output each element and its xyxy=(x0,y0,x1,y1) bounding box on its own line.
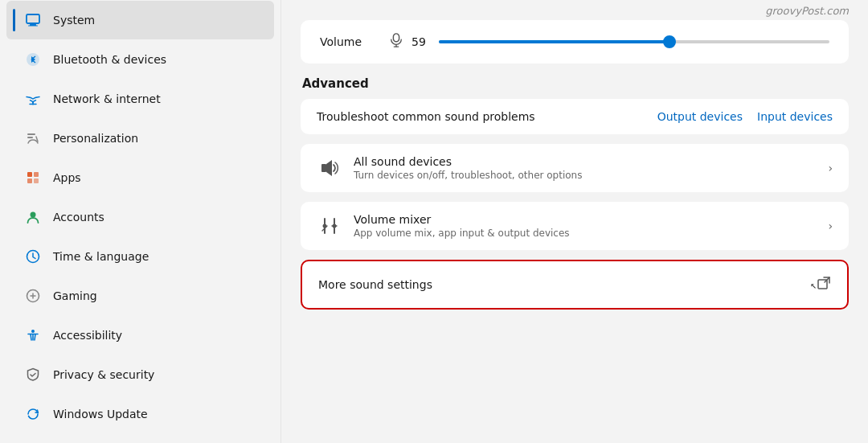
volume-card: Volume 59 xyxy=(301,20,849,64)
svg-point-4 xyxy=(32,102,34,104)
volume-value: 59 xyxy=(411,35,431,48)
volume-mixer-icon xyxy=(317,213,342,239)
all-sound-card: All sound devices Turn devices on/off, t… xyxy=(301,144,849,192)
slider-fill xyxy=(439,40,669,43)
sidebar-apps-label: Apps xyxy=(53,171,81,184)
accessibility-icon xyxy=(24,326,42,344)
all-sound-text: All sound devices Turn devices on/off, t… xyxy=(354,155,817,181)
volume-mixer-text: Volume mixer App volume mix, app input &… xyxy=(354,213,817,239)
sidebar-item-accessibility[interactable]: Accessibility xyxy=(6,316,274,355)
sidebar-item-apps[interactable]: Apps xyxy=(6,158,274,197)
sidebar-accessibility-label: Accessibility xyxy=(53,329,122,342)
troubleshoot-row: Troubleshoot common sound problems Outpu… xyxy=(301,99,849,134)
sidebar-item-accounts[interactable]: Accounts xyxy=(6,198,274,236)
sidebar-network-label: Network & internet xyxy=(53,92,161,105)
svg-rect-7 xyxy=(27,172,32,177)
network-icon xyxy=(24,90,42,108)
privacy-icon xyxy=(24,366,42,384)
volume-mixer-row[interactable]: Volume mixer App volume mix, app input &… xyxy=(301,202,849,250)
personalization-icon xyxy=(24,129,42,147)
chevron-right-icon: › xyxy=(828,162,833,174)
svg-point-11 xyxy=(31,212,36,218)
more-sound-card: More sound settings ↖ xyxy=(301,260,849,310)
volume-mixer-title: Volume mixer xyxy=(354,213,817,226)
sidebar-accounts-label: Accounts xyxy=(53,211,104,224)
volume-mixer-chevron-icon: › xyxy=(828,219,833,232)
speaker-icon xyxy=(317,155,342,181)
sidebar-personalization-label: Personalization xyxy=(53,132,138,145)
svg-rect-0 xyxy=(27,14,39,23)
cursor-indicator: ↖ xyxy=(810,279,817,291)
svg-marker-17 xyxy=(326,160,332,176)
update-icon xyxy=(24,405,42,423)
volume-controls: 59 xyxy=(389,33,829,51)
accounts-icon xyxy=(24,208,42,226)
all-sound-subtitle: Turn devices on/off, troubleshoot, other… xyxy=(354,170,817,181)
more-sound-row[interactable]: More sound settings ↖ xyxy=(302,261,847,308)
apps-icon xyxy=(24,169,42,187)
troubleshoot-links: Output devices Input devices xyxy=(657,110,833,123)
external-link-icon xyxy=(817,276,831,293)
svg-rect-5 xyxy=(27,133,35,135)
slider-track xyxy=(439,40,829,43)
sidebar-time-label: Time & language xyxy=(53,250,149,263)
microphone-icon xyxy=(389,33,403,51)
sidebar-item-network[interactable]: Network & internet xyxy=(6,80,274,118)
output-devices-link[interactable]: Output devices xyxy=(657,110,743,123)
svg-rect-10 xyxy=(34,178,39,183)
svg-rect-16 xyxy=(321,164,326,172)
volume-label: Volume xyxy=(320,35,376,48)
svg-point-14 xyxy=(31,330,35,333)
sidebar-item-system[interactable]: System xyxy=(6,1,274,39)
sidebar-item-privacy[interactable]: Privacy & security xyxy=(6,355,274,394)
svg-rect-6 xyxy=(27,137,33,138)
sidebar-privacy-label: Privacy & security xyxy=(53,368,154,381)
bluetooth-icon xyxy=(24,51,42,68)
sidebar-item-bluetooth[interactable]: Bluetooth & devices xyxy=(6,40,274,79)
slider-thumb xyxy=(663,35,676,48)
more-sound-title: More sound settings xyxy=(318,278,805,291)
svg-rect-2 xyxy=(28,26,38,27)
input-devices-link[interactable]: Input devices xyxy=(757,110,833,123)
sidebar-bluetooth-label: Bluetooth & devices xyxy=(53,53,166,66)
time-icon xyxy=(24,248,42,265)
svg-rect-8 xyxy=(34,172,39,177)
gaming-icon xyxy=(24,287,42,305)
volume-mixer-card: Volume mixer App volume mix, app input &… xyxy=(301,202,849,250)
sidebar-item-update[interactable]: Windows Update xyxy=(6,395,274,433)
all-sound-title: All sound devices xyxy=(354,155,817,168)
svg-rect-9 xyxy=(27,178,32,183)
troubleshoot-label: Troubleshoot common sound problems xyxy=(317,110,646,123)
sidebar-update-label: Windows Update xyxy=(53,408,148,420)
sidebar-system-label: System xyxy=(53,14,95,27)
sidebar: System Bluetooth & devices Network & int… xyxy=(0,0,281,443)
sidebar-item-gaming[interactable]: Gaming xyxy=(6,277,274,315)
main-content: groovyPost.com Volume 59 Advanced xyxy=(281,0,868,443)
volume-mixer-subtitle: App volume mix, app input & output devic… xyxy=(354,228,817,239)
sidebar-gaming-label: Gaming xyxy=(53,289,97,302)
watermark: groovyPost.com xyxy=(301,0,849,20)
sidebar-item-time[interactable]: Time & language xyxy=(6,237,274,276)
sidebar-item-personalization[interactable]: Personalization xyxy=(6,119,274,158)
svg-rect-15 xyxy=(393,34,399,42)
volume-slider[interactable] xyxy=(439,34,829,50)
advanced-title: Advanced xyxy=(301,76,849,91)
all-sound-row[interactable]: All sound devices Turn devices on/off, t… xyxy=(301,144,849,192)
troubleshoot-card: Troubleshoot common sound problems Outpu… xyxy=(301,99,849,134)
system-icon xyxy=(24,11,42,29)
